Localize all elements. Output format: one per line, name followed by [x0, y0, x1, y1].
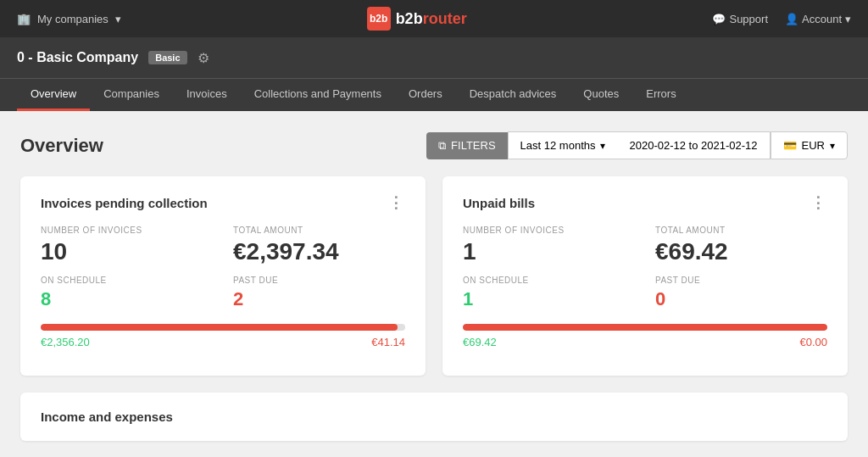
company-identifier: 0 - Basic Company — [17, 50, 138, 65]
ub-num-invoices-value: 1 — [463, 238, 635, 265]
income-title: Income and expenses — [41, 410, 173, 424]
ub-num-invoices-section: NUMBER OF INVOICES 1 — [463, 226, 635, 265]
nav-companies[interactable]: Companies — [90, 79, 173, 111]
page-title: Overview — [20, 135, 103, 157]
currency-button[interactable]: 💳 EUR — [771, 131, 848, 159]
num-invoices-value: 10 — [41, 238, 213, 265]
total-amount-label: TOTAL AMOUNT — [233, 226, 405, 235]
unpaid-bills-header: Unpaid bills ⋮ — [463, 193, 827, 212]
ub-on-schedule-section: ON SCHEDULE 1 — [463, 276, 635, 310]
nav-despatch-advices[interactable]: Despatch advices — [456, 79, 570, 111]
pending-collection-title: Invoices pending collection — [41, 196, 208, 210]
plan-badge: Basic — [148, 51, 186, 64]
past-due-value: 2 — [233, 288, 405, 310]
support-label: Support — [729, 13, 768, 25]
currency-label: EUR — [802, 139, 825, 152]
income-expenses-card: Income and expenses — [20, 393, 848, 441]
company-id: 0 — [17, 50, 25, 64]
cards-row: Invoices pending collection ⋮ NUMBER OF … — [20, 176, 848, 376]
logo-icon: b2b — [367, 7, 391, 31]
unpaid-progress-bar: €69.42 €0.00 — [463, 324, 827, 348]
company-name-text: Basic Company — [36, 50, 138, 64]
unpaid-bills-title: Unpaid bills — [463, 196, 535, 210]
ub-progress-fill — [463, 324, 827, 331]
my-companies-label: My companies — [37, 13, 108, 25]
my-companies-menu[interactable]: 🏢 My companies ▾ — [17, 13, 121, 25]
ub-progress-left-amount: €69.42 — [463, 336, 497, 348]
last-months-label: Last 12 months — [520, 139, 596, 152]
unpaid-bills-card: Unpaid bills ⋮ NUMBER OF INVOICES 1 TOTA… — [442, 176, 848, 376]
ub-on-schedule-label: ON SCHEDULE — [463, 276, 635, 285]
overview-header: Overview ⧉ FILTERS Last 12 months 2020-0… — [20, 131, 848, 159]
total-amount-section: TOTAL AMOUNT €2,397.34 — [233, 226, 405, 265]
chevron-down-icon: ▾ — [115, 13, 121, 25]
total-amount-value: €2,397.34 — [233, 238, 405, 265]
num-invoices-section: NUMBER OF INVOICES 10 — [41, 226, 213, 265]
progress-labels: €2,356.20 €41.14 — [41, 336, 405, 348]
nav-collections-payments[interactable]: Collections and Payments — [241, 79, 395, 111]
pending-collection-header: Invoices pending collection ⋮ — [41, 193, 405, 212]
ub-num-invoices-label: NUMBER OF INVOICES — [463, 226, 635, 235]
num-invoices-label: NUMBER OF INVOICES — [41, 226, 213, 235]
date-range-label: 2020-02-12 to 2021-02-12 — [629, 139, 757, 152]
top-navigation: 🏢 My companies ▾ b2b b2brouter 💬 Support… — [0, 0, 868, 37]
unpaid-bills-stats: NUMBER OF INVOICES 1 TOTAL AMOUNT €69.42… — [463, 226, 827, 310]
chevron-down-icon — [600, 139, 605, 152]
on-schedule-section: ON SCHEDULE 8 — [41, 276, 213, 310]
filters-label: FILTERS — [451, 139, 496, 152]
last-months-button[interactable]: Last 12 months — [508, 131, 618, 159]
past-due-section: PAST DUE 2 — [233, 276, 405, 310]
currency-icon: 💳 — [783, 139, 797, 152]
pending-collection-menu[interactable]: ⋮ — [388, 193, 405, 212]
chevron-down-icon: ▾ — [845, 13, 851, 25]
brand-name: b2brouter — [396, 10, 467, 28]
date-range-button[interactable]: 2020-02-12 to 2021-02-12 — [617, 131, 770, 159]
pending-collection-stats: NUMBER OF INVOICES 10 TOTAL AMOUNT €2,39… — [41, 226, 405, 310]
top-nav-actions: 💬 Support 👤 Account ▾ — [712, 13, 851, 25]
ub-on-schedule-value: 1 — [463, 288, 635, 310]
ub-total-amount-value: €69.42 — [655, 238, 827, 265]
sub-navigation: Overview Companies Invoices Collections … — [0, 78, 868, 111]
ub-progress-labels: €69.42 €0.00 — [463, 336, 827, 348]
nav-orders[interactable]: Orders — [395, 79, 456, 111]
pending-collection-card: Invoices pending collection ⋮ NUMBER OF … — [20, 176, 426, 376]
progress-right-amount: €41.14 — [371, 336, 405, 348]
main-content: Overview ⧉ FILTERS Last 12 months 2020-0… — [0, 111, 868, 457]
ub-past-due-label: PAST DUE — [655, 276, 827, 285]
settings-icon[interactable]: ⚙ — [198, 50, 209, 66]
nav-quotes[interactable]: Quotes — [570, 79, 632, 111]
progress-fill — [41, 324, 398, 331]
account-button[interactable]: 👤 Account ▾ — [785, 13, 851, 25]
on-schedule-value: 8 — [41, 288, 213, 310]
account-label: Account — [802, 13, 842, 25]
company-bar: 0 - Basic Company Basic ⚙ — [0, 37, 868, 78]
progress-left-amount: €2,356.20 — [41, 336, 90, 348]
ub-past-due-value: 0 — [655, 288, 827, 310]
filters-button[interactable]: ⧉ FILTERS — [426, 132, 508, 159]
past-due-label: PAST DUE — [233, 276, 405, 285]
on-schedule-label: ON SCHEDULE — [41, 276, 213, 285]
building-icon: 🏢 — [17, 13, 31, 25]
chat-icon: 💬 — [712, 13, 726, 25]
chevron-down-icon — [830, 139, 835, 152]
ub-past-due-section: PAST DUE 0 — [655, 276, 827, 310]
support-button[interactable]: 💬 Support — [712, 13, 768, 25]
nav-overview[interactable]: Overview — [17, 79, 90, 111]
nav-errors[interactable]: Errors — [632, 79, 689, 111]
user-icon: 👤 — [785, 13, 798, 25]
ub-progress-right-amount: €0.00 — [799, 336, 827, 348]
unpaid-bills-menu[interactable]: ⋮ — [810, 193, 827, 212]
filters-bar: ⧉ FILTERS Last 12 months 2020-02-12 to 2… — [426, 131, 848, 159]
ub-total-amount-label: TOTAL AMOUNT — [655, 226, 827, 235]
progress-track — [41, 324, 405, 331]
filter-icon: ⧉ — [438, 139, 446, 153]
ub-progress-track — [463, 324, 827, 331]
ub-total-amount-section: TOTAL AMOUNT €69.42 — [655, 226, 827, 265]
nav-invoices[interactable]: Invoices — [173, 79, 241, 111]
brand-logo: b2b b2brouter — [367, 7, 467, 31]
pending-progress-bar: €2,356.20 €41.14 — [41, 324, 405, 348]
